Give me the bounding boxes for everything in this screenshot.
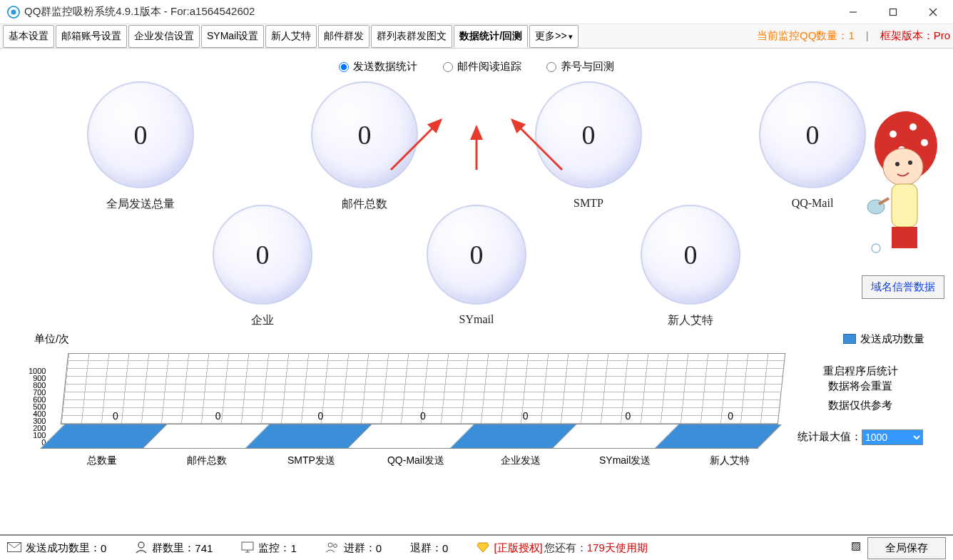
chart-x-labels: 总数量邮件总数SMTP发送QQ-Mail发送企业发送SYmail发送新人艾特 (50, 454, 782, 467)
chart-y-unit: 单位/次 (34, 332, 782, 346)
footer-leave-count: 退群：0 (410, 541, 448, 555)
bubbles-row-bottom: 0 企业 0 SYmail 0 新人艾特 (0, 205, 953, 328)
close-button[interactable] (913, 1, 953, 24)
global-save-button[interactable]: ▨ 全局保存 ▨ (867, 537, 946, 559)
svg-point-11 (909, 123, 917, 131)
svg-point-1 (11, 9, 16, 14)
maximize-button[interactable] (873, 1, 913, 24)
monitor-icon (241, 541, 254, 555)
footer-authorization: [正版授权]您还有：179天使用期 (476, 541, 647, 555)
window-title: QQ群监控吸粉系统4.9.1版本 - For:a1564542602 (24, 5, 833, 19)
status-footer: 发送成功数里：0 群数里：741 监控：1 进群：0 退群：0 [正版授权]您还… (0, 534, 953, 560)
svg-rect-24 (242, 542, 253, 550)
tab-symail-settings[interactable]: SYMail设置 (201, 25, 264, 48)
envelope-icon (7, 542, 21, 554)
svg-point-15 (895, 162, 900, 166)
chart-max-select[interactable]: 1000 (862, 429, 923, 445)
person-icon (135, 541, 148, 556)
svg-rect-3 (890, 9, 897, 15)
chart-legend: 发送成功数量 (796, 332, 924, 346)
bar-chart-3d: 10009008007006005004003002001000 0000000… (29, 349, 782, 463)
app-icon (7, 6, 20, 19)
decoration-right-icon: ▨ (948, 539, 953, 558)
svg-point-12 (921, 139, 928, 146)
svg-point-27 (328, 543, 332, 547)
footer-monitor-count: 监控：1 (241, 541, 296, 555)
bubble-qqmail: 0 QQ-Mail (759, 81, 866, 212)
bubble-symail: 0 SYmail (427, 205, 526, 328)
chart-max-value: 统计最大值： 1000 (796, 429, 924, 445)
radio-row: 发送数据统计 邮件阅读追踪 养号与回测 (0, 49, 953, 78)
tab-new-member-at[interactable]: 新人艾特 (265, 25, 317, 48)
radio-send-stats[interactable]: 发送数据统计 (339, 60, 417, 73)
footer-group-count: 群数里：741 (135, 541, 213, 556)
status-right: 当前监控QQ数量：1 | 框架版本：Pro (757, 29, 950, 43)
tab-data-stats[interactable]: 数据统计/回测 (454, 25, 528, 48)
svg-rect-17 (892, 184, 917, 227)
tab-bar: 基本设置 邮箱账号设置 企业发信设置 SYMail设置 新人艾特 邮件群发 群列… (0, 24, 953, 49)
chart-note-reference: 数据仅供参考 (796, 397, 924, 412)
svg-line-6 (391, 120, 441, 170)
svg-point-10 (890, 131, 897, 138)
svg-point-23 (138, 542, 144, 548)
bubble-global-total: 0 全局发送总量 (87, 81, 194, 212)
people-icon (325, 541, 340, 555)
svg-line-8 (512, 120, 562, 170)
tab-email-accounts[interactable]: 邮箱账号设置 (56, 25, 127, 48)
footer-join-count: 进群：0 (325, 541, 382, 555)
tab-more[interactable]: 更多>>▾ (529, 25, 578, 48)
annotation-arrows (384, 113, 569, 179)
mascot-image (863, 106, 949, 277)
svg-point-21 (872, 244, 880, 253)
tab-enterprise-send[interactable]: 企业发信设置 (128, 25, 200, 48)
chart-note-reset: 重启程序后统计数据将会重置 (796, 363, 924, 393)
svg-point-14 (883, 148, 923, 185)
tab-basic-settings[interactable]: 基本设置 (3, 25, 54, 48)
minimize-button[interactable] (833, 1, 873, 24)
chart-area: 单位/次 10009008007006005004003002001000 00… (0, 332, 953, 463)
chevron-down-icon: ▾ (569, 32, 573, 41)
tab-mail-mass[interactable]: 邮件群发 (318, 25, 370, 48)
bubble-enterprise: 0 企业 (213, 205, 312, 328)
chart-y-axis: 10009008007006005004003002001000 (29, 367, 46, 446)
svg-point-16 (908, 161, 912, 165)
footer-sent-count: 发送成功数里：0 (7, 541, 106, 555)
diamond-icon (476, 541, 489, 555)
bubble-newmember-at: 0 新人艾特 (641, 205, 740, 328)
domain-reputation-button[interactable]: 域名信誉数据 (862, 275, 944, 299)
radio-warmup-backtest[interactable]: 养号与回测 (546, 60, 614, 73)
window-titlebar: QQ群监控吸粉系统4.9.1版本 - For:a1564542602 (0, 0, 953, 24)
svg-rect-18 (892, 227, 917, 248)
tab-group-list-mass[interactable]: 群列表群发图文 (371, 25, 452, 48)
decoration-left-icon: ▨ (847, 539, 865, 558)
radio-read-track[interactable]: 邮件阅读追踪 (443, 60, 521, 73)
svg-point-28 (333, 544, 337, 547)
